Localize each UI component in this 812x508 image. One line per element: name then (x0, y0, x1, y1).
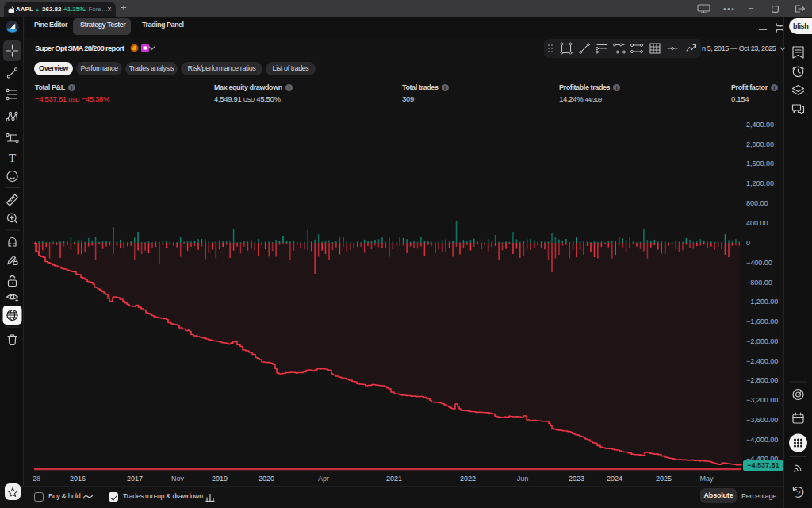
svg-text:T: T (9, 152, 16, 164)
svg-text:?: ? (796, 489, 800, 497)
